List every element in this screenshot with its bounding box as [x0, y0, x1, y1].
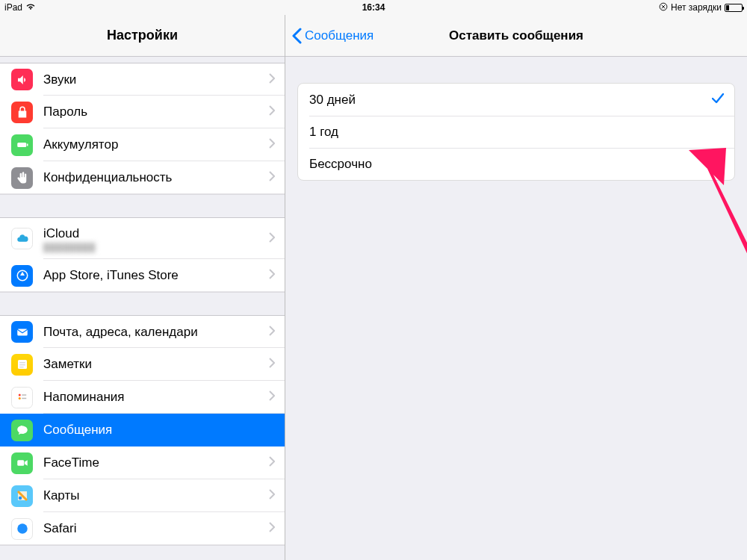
sidebar-item-sounds[interactable]: Звуки	[0, 63, 285, 96]
notes-icon	[11, 354, 33, 376]
chevron-right-icon	[269, 489, 275, 503]
chevron-right-icon	[269, 73, 275, 87]
sidebar-item-label: App Store, iTunes Store	[43, 268, 179, 283]
annotation-arrow-icon	[655, 146, 747, 560]
chevron-left-icon	[291, 28, 302, 44]
sidebar-title: Настройки	[0, 15, 285, 57]
sidebar-item-reminders[interactable]: Напоминания	[0, 381, 285, 414]
lock-icon	[11, 102, 33, 123]
sidebar-item-label: Аккумулятор	[43, 137, 118, 152]
sidebar-item-label: FaceTime	[43, 455, 99, 470]
option-label: 1 год	[309, 125, 338, 140]
chevron-right-icon	[269, 522, 275, 535]
battery-icon	[725, 4, 743, 12]
battery-settings-icon	[11, 134, 33, 156]
option-1-year[interactable]: 1 год	[298, 116, 734, 148]
icloud-account: ████████	[43, 243, 96, 252]
mail-icon	[11, 321, 33, 343]
chevron-right-icon	[269, 391, 275, 404]
icloud-icon	[11, 228, 33, 249]
sidebar-item-appstore[interactable]: App Store, iTunes Store	[0, 259, 285, 292]
option-30-days[interactable]: 30 дней	[298, 84, 734, 116]
wifi-icon	[25, 2, 36, 13]
sidebar-item-battery[interactable]: Аккумулятор	[0, 128, 285, 161]
chevron-right-icon	[269, 232, 275, 246]
svg-point-10	[18, 397, 20, 399]
keep-messages-options: 30 дней 1 год Бессрочно	[297, 83, 735, 181]
reminders-icon	[11, 387, 33, 408]
safari-icon	[11, 518, 33, 540]
sidebar-item-label: Заметки	[43, 357, 92, 372]
option-label: 30 дней	[309, 93, 356, 108]
sidebar-item-label: Напоминания	[43, 390, 125, 405]
sidebar-item-privacy[interactable]: Конфиденциальность	[0, 161, 285, 194]
messages-icon	[11, 420, 33, 441]
no-charge-icon	[659, 2, 668, 13]
chevron-right-icon	[269, 105, 275, 119]
svg-rect-1	[17, 143, 26, 147]
svg-rect-4	[17, 329, 28, 335]
sound-icon	[11, 69, 33, 90]
back-button[interactable]: Сообщения	[291, 28, 374, 44]
maps-icon	[11, 485, 33, 507]
svg-point-15	[17, 523, 28, 534]
sidebar-item-label: Конфиденциальность	[43, 170, 172, 185]
sidebar-item-facetime[interactable]: FaceTime	[0, 447, 285, 479]
checkmark-icon	[712, 93, 724, 108]
sidebar-item-passcode[interactable]: Пароль	[0, 96, 285, 128]
sidebar-item-label: Сообщения	[43, 423, 112, 438]
detail-header: Сообщения Оставить сообщения	[285, 15, 747, 57]
status-bar: iPad 16:34 Нет зарядки	[0, 0, 747, 15]
svg-point-9	[18, 394, 20, 396]
chevron-right-icon	[269, 269, 275, 282]
option-forever[interactable]: Бессрочно	[298, 148, 734, 180]
sidebar-item-label: Пароль	[43, 105, 87, 119]
hand-icon	[11, 167, 33, 189]
sidebar-item-icloud[interactable]: iCloud ████████	[0, 217, 285, 259]
chevron-right-icon	[269, 138, 275, 152]
clock: 16:34	[362, 2, 385, 13]
sidebar-item-notes[interactable]: Заметки	[0, 348, 285, 381]
settings-sidebar: Настройки Звуки Пароль Аккумулятор Ко	[0, 15, 285, 560]
chevron-right-icon	[269, 358, 275, 371]
svg-rect-13	[17, 460, 24, 466]
sidebar-item-safari[interactable]: Safari	[0, 512, 285, 545]
svg-rect-2	[27, 144, 28, 146]
back-label: Сообщения	[305, 28, 374, 43]
appstore-icon	[11, 265, 33, 287]
sidebar-item-maps[interactable]: Карты	[0, 479, 285, 512]
charging-text: Нет зарядки	[671, 2, 722, 13]
svg-rect-5	[18, 360, 27, 369]
detail-title: Оставить сообщения	[449, 28, 583, 43]
chevron-right-icon	[269, 456, 275, 470]
chevron-right-icon	[269, 171, 275, 184]
option-label: Бессрочно	[309, 157, 372, 172]
detail-pane: Сообщения Оставить сообщения 30 дней 1 г…	[285, 15, 747, 560]
sidebar-item-label: Почта, адреса, календари	[43, 325, 198, 340]
facetime-icon	[11, 452, 33, 474]
sidebar-item-label: Карты	[43, 488, 79, 503]
sidebar-item-mail[interactable]: Почта, адреса, календари	[0, 315, 285, 348]
sidebar-item-label: Звуки	[43, 72, 76, 87]
svg-point-14	[18, 497, 22, 500]
device-label: iPad	[4, 2, 22, 13]
sidebar-item-label: iCloud	[43, 226, 96, 241]
chevron-right-icon	[269, 326, 275, 339]
sidebar-item-messages[interactable]: Сообщения	[0, 414, 285, 447]
sidebar-item-label: Safari	[43, 521, 76, 536]
